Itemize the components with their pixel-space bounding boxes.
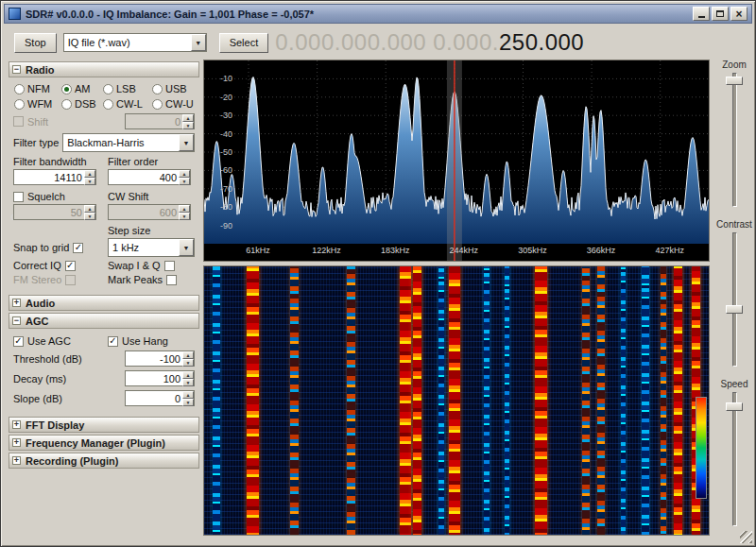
snap-to-grid-checkbox[interactable] bbox=[73, 243, 83, 253]
source-type-value: IQ file (*.wav) bbox=[64, 37, 191, 48]
stop-button[interactable]: Stop bbox=[14, 33, 57, 53]
radio-button-icon bbox=[61, 99, 72, 110]
panel-header-fft-display[interactable]: FFT Display bbox=[9, 417, 199, 433]
window-title: SDR# v0.0.0.0 - IQ Imbalance: Gain = 1,0… bbox=[26, 9, 688, 20]
slider-track-speed[interactable] bbox=[726, 392, 743, 526]
resize-grip[interactable] bbox=[740, 531, 752, 543]
vfo-frequency-display[interactable]: 0.000.250.000 bbox=[433, 29, 584, 56]
spectrum-display[interactable]: -10-20-30-40-50-60-70-80-90 61kHz122kHz1… bbox=[203, 60, 710, 262]
fm-stereo-label: FM Stereo bbox=[13, 274, 61, 285]
mode-option-lsb[interactable]: LSB bbox=[103, 83, 148, 94]
display-controls-rail: ZoomContrastSpeed bbox=[713, 60, 755, 538]
agc-field-spinner[interactable] bbox=[182, 391, 194, 405]
titlebar[interactable]: SDR# v0.0.0.0 - IQ Imbalance: Gain = 1,0… bbox=[4, 4, 752, 24]
spin-down-icon[interactable] bbox=[182, 379, 194, 386]
slider-zoom: Zoom bbox=[713, 60, 755, 207]
spin-up-icon[interactable] bbox=[179, 205, 190, 213]
slider-label-contrast: Contrast bbox=[713, 219, 755, 230]
panel-header-radio[interactable]: Radio bbox=[9, 61, 199, 77]
mark-peaks-checkbox[interactable] bbox=[166, 275, 177, 285]
radio-button-icon bbox=[103, 99, 113, 110]
slider-thumb-zoom[interactable] bbox=[726, 77, 743, 85]
waterfall-display[interactable] bbox=[203, 265, 710, 536]
sdrsharp-window: SDR# v0.0.0.0 - IQ Imbalance: Gain = 1,0… bbox=[0, 0, 756, 547]
filter-bandwidth-input[interactable]: 14110 bbox=[13, 169, 96, 185]
center-frequency-display[interactable]: 0.000.000.000 bbox=[275, 29, 426, 56]
select-file-button[interactable]: Select bbox=[219, 33, 269, 53]
use-hang-checkbox[interactable] bbox=[108, 336, 118, 347]
spin-up-icon[interactable] bbox=[182, 114, 194, 122]
squelch-input[interactable]: 50 bbox=[13, 204, 96, 220]
squelch-label: Squelch bbox=[27, 191, 65, 202]
squelch-checkbox[interactable] bbox=[13, 192, 24, 202]
mode-option-nfm[interactable]: NFM bbox=[14, 83, 58, 94]
dropdown-arrow-icon[interactable] bbox=[179, 134, 194, 151]
spin-down-icon[interactable] bbox=[182, 359, 194, 367]
expand-icon bbox=[12, 299, 21, 307]
spin-up-icon[interactable] bbox=[182, 391, 194, 399]
close-icon bbox=[735, 7, 742, 21]
waterfall-signal-band bbox=[413, 266, 421, 535]
spin-down-icon[interactable] bbox=[84, 178, 95, 185]
filter-order-spinner[interactable] bbox=[179, 170, 190, 184]
spin-up-icon[interactable] bbox=[182, 351, 194, 359]
mode-label: CW-U bbox=[165, 98, 194, 110]
source-type-select[interactable]: IQ file (*.wav) bbox=[63, 33, 207, 52]
mode-option-cw-l[interactable]: CW-L bbox=[103, 98, 148, 110]
use-agc-checkbox[interactable] bbox=[13, 336, 24, 347]
mode-option-cw-u[interactable]: CW-U bbox=[152, 98, 198, 110]
panel-recording: Recording (Plugin) bbox=[9, 453, 199, 469]
agc-field-spinner[interactable] bbox=[182, 351, 194, 366]
spin-up-icon[interactable] bbox=[84, 205, 95, 213]
waterfall-signal-band bbox=[621, 266, 626, 535]
step-size-select[interactable]: 1 kHz bbox=[108, 238, 195, 257]
squelch-spinner[interactable] bbox=[84, 205, 95, 219]
slider-thumb-contrast[interactable] bbox=[726, 305, 743, 314]
cw-shift-input[interactable]: 600 bbox=[108, 204, 191, 220]
spin-down-icon[interactable] bbox=[179, 213, 190, 220]
close-button[interactable] bbox=[730, 7, 747, 21]
use-hang-label: Use Hang bbox=[122, 335, 168, 347]
fm-stereo-checkbox[interactable] bbox=[65, 275, 76, 285]
step-size-label: Step size bbox=[108, 225, 195, 236]
spin-down-icon[interactable] bbox=[182, 399, 194, 406]
mode-option-usb[interactable]: USB bbox=[152, 83, 198, 94]
agc-field-input[interactable]: 100 bbox=[125, 370, 195, 386]
panel-header-frequency-manager[interactable]: Frequency Manager (Plugin) bbox=[9, 435, 199, 451]
filter-order-input[interactable]: 400 bbox=[108, 169, 191, 185]
maximize-button[interactable] bbox=[712, 7, 729, 21]
shift-spinner[interactable] bbox=[182, 114, 194, 128]
swap-iq-checkbox[interactable] bbox=[164, 261, 175, 271]
waterfall-signal-band bbox=[438, 266, 444, 535]
spin-up-icon[interactable] bbox=[84, 170, 95, 178]
spin-down-icon[interactable] bbox=[182, 122, 194, 129]
mode-option-dsb[interactable]: DSB bbox=[61, 98, 99, 110]
dropdown-arrow-icon[interactable] bbox=[179, 239, 194, 256]
collapse-icon bbox=[12, 316, 21, 325]
panel-header-recording[interactable]: Recording (Plugin) bbox=[9, 453, 199, 469]
minimize-button[interactable] bbox=[693, 7, 710, 21]
slider-track-contrast[interactable] bbox=[726, 232, 743, 367]
filter-bandwidth-spinner[interactable] bbox=[84, 170, 95, 184]
correct-iq-checkbox[interactable] bbox=[65, 261, 76, 271]
spin-up-icon[interactable] bbox=[182, 371, 194, 379]
cw-shift-spinner[interactable] bbox=[179, 205, 190, 219]
slider-thumb-speed[interactable] bbox=[726, 402, 743, 411]
slider-track-zoom[interactable] bbox=[726, 73, 743, 207]
mode-option-am[interactable]: AM bbox=[61, 83, 99, 94]
filter-type-select[interactable]: Blackman-Harris bbox=[62, 133, 195, 152]
spin-down-icon[interactable] bbox=[84, 213, 95, 220]
agc-field-spinner[interactable] bbox=[182, 371, 194, 385]
spin-up-icon[interactable] bbox=[179, 170, 190, 178]
waterfall-signal-band bbox=[347, 266, 355, 535]
panel-header-audio[interactable]: Audio bbox=[9, 295, 199, 311]
agc-field-input[interactable]: -100 bbox=[125, 350, 195, 367]
shift-input[interactable]: 0 bbox=[125, 113, 195, 129]
agc-field-input[interactable]: 0 bbox=[125, 390, 195, 406]
mode-option-wfm[interactable]: WFM bbox=[14, 98, 58, 110]
agc-field-row: Decay (ms)100 bbox=[13, 370, 195, 386]
shift-checkbox[interactable] bbox=[13, 116, 24, 127]
panel-header-agc[interactable]: AGC bbox=[9, 313, 199, 329]
dropdown-arrow-icon[interactable] bbox=[191, 34, 206, 51]
spin-down-icon[interactable] bbox=[179, 178, 190, 185]
